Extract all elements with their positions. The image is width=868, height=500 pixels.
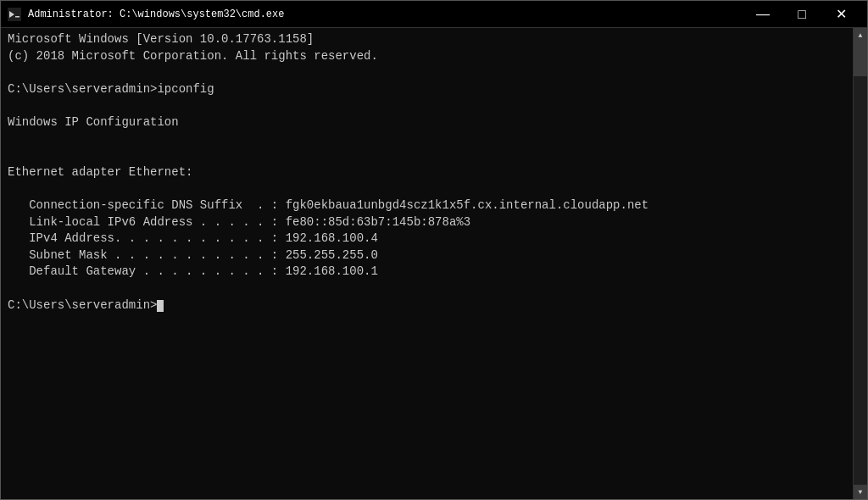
close-button[interactable]: ✕: [821, 1, 860, 28]
terminal-line: [8, 281, 846, 297]
terminal-line: Ethernet adapter Ethernet:: [8, 164, 846, 181]
scroll-up-button[interactable]: ▲: [854, 28, 868, 42]
titlebar: Administrator: C:\windows\system32\cmd.e…: [1, 1, 867, 28]
maximize-button[interactable]: □: [782, 1, 821, 28]
terminal-line: Link-local IPv6 Address . . . . . : fe80…: [8, 214, 846, 231]
terminal-line: Default Gateway . . . . . . . . . : 192.…: [8, 264, 846, 281]
terminal-line: [8, 181, 846, 197]
terminal-line: Subnet Mask . . . . . . . . . . . : 255.…: [8, 247, 846, 264]
terminal-cursor: [157, 300, 164, 312]
terminal-line: Microsoft Windows [Version 10.0.17763.11…: [8, 31, 846, 48]
scrollbar-thumb: [854, 42, 867, 76]
scrollbar[interactable]: ▲ ▼: [853, 28, 867, 499]
terminal-line: [8, 64, 846, 81]
terminal-line: C:\Users\serveradmin>: [8, 297, 846, 314]
scroll-down-button[interactable]: ▼: [854, 485, 868, 499]
window: Administrator: C:\windows\system32\cmd.e…: [0, 0, 868, 500]
terminal-line: Connection-specific DNS Suffix . : fgk0e…: [8, 197, 846, 214]
content-area: Microsoft Windows [Version 10.0.17763.11…: [1, 28, 867, 499]
terminal-line: C:\Users\serveradmin>ipconfig: [8, 81, 846, 98]
cmd-icon: [8, 8, 21, 21]
terminal-line: Windows IP Configuration: [8, 114, 846, 131]
window-title: Administrator: C:\windows\system32\cmd.e…: [28, 8, 743, 20]
terminal-line: IPv4 Address. . . . . . . . . . . : 192.…: [8, 231, 846, 247]
terminal-line: [8, 131, 846, 148]
minimize-button[interactable]: —: [743, 1, 782, 28]
terminal-line: [8, 97, 846, 114]
window-controls: — □ ✕: [743, 1, 860, 28]
svg-rect-2: [15, 16, 19, 18]
terminal-output[interactable]: Microsoft Windows [Version 10.0.17763.11…: [1, 28, 853, 499]
terminal-line: (c) 2018 Microsoft Corporation. All righ…: [8, 48, 846, 65]
terminal-line: [8, 147, 846, 164]
scrollbar-track: [854, 42, 867, 485]
